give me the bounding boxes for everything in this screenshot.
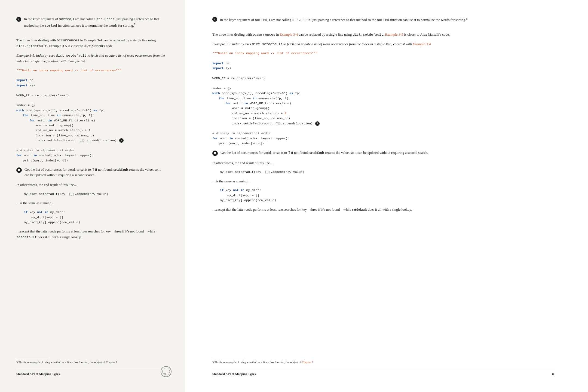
footer-title-left: Standard API of Mapping Types	[16, 372, 60, 376]
in-other-left: In other words, the end result of this l…	[16, 182, 166, 188]
inline-code1-left: my_dict.setdefault(key, []).append(new_v…	[16, 192, 166, 197]
footnote-area-left: 5 This is an example of using a method a…	[16, 352, 166, 365]
note-1-left: ❶ Get the list of occurrences for word, …	[16, 167, 166, 178]
in-other-right: In other words, the end result of this l…	[212, 160, 555, 166]
footnote-line-left	[16, 358, 49, 358]
is-same-left: …is the same as running…	[16, 200, 166, 206]
footer-page-right: | 89	[551, 372, 555, 376]
code-block-left: """Build an index mapping word -> list o…	[16, 68, 166, 163]
footnote-text-right: 5 This is an example of using a method a…	[212, 360, 555, 365]
caption-right: Example 3-5. index.py uses dict.setdefau…	[212, 41, 555, 47]
docstring-right: """Build an index mapping word -> list o…	[212, 51, 317, 55]
code-block-right: """Build an index mapping word -> list o…	[212, 51, 555, 146]
left-page-content: 4 In the key= argument of sorted, I am n…	[16, 16, 166, 352]
inline-code1-right: my_dict.setdefault(key, []).append(new_v…	[212, 170, 555, 174]
item-4-left: 4 In the key= argument of sorted, I am n…	[16, 16, 166, 29]
note-1-number-right: ❶	[212, 151, 218, 156]
example-link-caption[interactable]: Example 3-4	[413, 42, 431, 46]
circle-nav-inner	[162, 368, 170, 375]
except-text-left: …except that the latter code performs at…	[16, 229, 166, 240]
chapter-7-link[interactable]: Chapter 7	[302, 361, 313, 364]
example-link-3-4[interactable]: Example 3-4	[280, 32, 298, 36]
if-block-left: if key not in my_dict: my_dict[key] = []…	[16, 210, 166, 225]
callout-1-right: 1	[315, 121, 320, 126]
para1-right: The three lines dealing with occurrences…	[212, 32, 555, 38]
item-4-number-left: 4	[16, 17, 21, 22]
right-page-content: 4 In the key= argument of sorted, I am n…	[212, 16, 555, 352]
left-page: 4 In the key= argument of sorted, I am n…	[0, 0, 185, 392]
circle-nav[interactable]	[161, 366, 171, 377]
note-1-text-right: Get the list of occurrences for word, or…	[220, 150, 428, 155]
item-4-number-right: 4	[212, 17, 217, 22]
note-1-right: ❶ Get the list of occurrences for word, …	[212, 150, 555, 156]
right-page: 4 In the key= argument of sorted, I am n…	[185, 0, 588, 392]
callout-1-left: 1	[119, 138, 124, 143]
footnote-area-right: 5 This is an example of using a method a…	[212, 352, 555, 365]
note-1-number-left: ❶	[16, 167, 22, 173]
note-1-text-left: Get the list of occurrences for word, or…	[24, 167, 166, 178]
example-link-3-5[interactable]: Example 3-5	[385, 32, 403, 36]
if-block-right: if key not in my_dict: my_dict[key] = []…	[212, 188, 555, 203]
item-4-right: 4 In the key= argument of sorted, I am n…	[212, 16, 555, 23]
except-text-right: …except that the latter code performs at…	[212, 207, 555, 213]
para1-left: The three lines dealing with occurrences…	[16, 38, 166, 49]
item-4-text-left: In the key= argument of sorted, I am not…	[24, 16, 166, 29]
docstring-left: """Build an index mapping word -> list o…	[16, 69, 121, 72]
footer-title-right: Standard API of Mapping Types	[212, 372, 256, 376]
item-4-text-right: In the key= argument of sorted, I am not…	[220, 16, 468, 23]
footnote-text-left: 5 This is an example of using a method a…	[16, 360, 166, 365]
footer-left: Standard API of Mapping Types | 89	[16, 370, 166, 376]
footnote-line-right	[212, 358, 245, 358]
caption-left: Example 3-5. index.py uses dict.setdefau…	[16, 53, 166, 64]
is-same-right: …is the same as running…	[212, 179, 555, 184]
footer-right: Standard API of Mapping Types | 89	[212, 370, 555, 376]
